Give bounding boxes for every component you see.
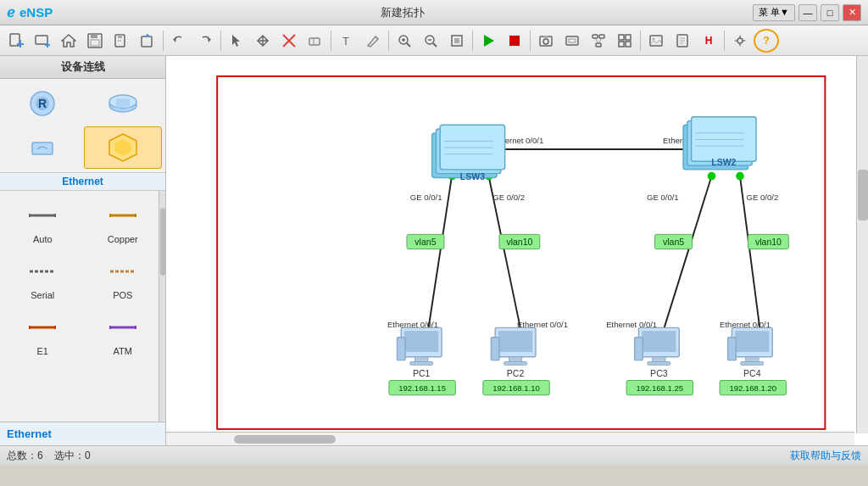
tool-drag[interactable]	[250, 29, 275, 53]
svg-rect-39	[566, 36, 578, 45]
tool-home[interactable]	[56, 29, 81, 53]
tool-help[interactable]: ?	[754, 29, 779, 53]
svg-rect-21	[309, 38, 320, 45]
vlan10-text-left: vlan10	[506, 237, 532, 247]
tool-new-device[interactable]	[30, 29, 55, 53]
svg-rect-33	[454, 38, 459, 43]
canvas-vscroll-thumb[interactable]	[858, 170, 868, 221]
svg-rect-101	[491, 338, 499, 360]
svg-rect-108	[735, 331, 769, 352]
svg-rect-49	[626, 42, 631, 47]
svg-rect-13	[142, 36, 152, 47]
svg-rect-94	[415, 357, 428, 362]
tool-draw[interactable]	[360, 29, 386, 53]
svg-line-26	[407, 43, 410, 47]
tool-start-all[interactable]	[476, 29, 501, 53]
tool-huawei[interactable]: H	[696, 29, 721, 53]
svg-rect-40	[569, 39, 576, 42]
help-link[interactable]: 获取帮助与反馈	[790, 449, 861, 463]
copper-label: Copper	[108, 234, 138, 244]
device-switch[interactable]	[84, 82, 163, 125]
minimize-button[interactable]: —	[798, 4, 817, 21]
cable-pos[interactable]: POS	[84, 250, 163, 304]
tool-text[interactable]: T	[334, 29, 359, 53]
canvas-area[interactable]: Ethernet 0/0/1 Ethernet 0/0/1 GE 0/0/1 G…	[166, 56, 868, 445]
tool-fit[interactable]	[444, 29, 470, 53]
tool-new[interactable]	[3, 29, 29, 53]
canvas-vscrollbar[interactable]	[856, 56, 868, 433]
menu-button[interactable]: 菜 单▼	[753, 4, 795, 21]
toolbar-sep-8	[724, 31, 725, 51]
tool-capture[interactable]	[559, 29, 585, 53]
pc4[interactable]: PC4 192.168.1.20	[720, 327, 786, 394]
sidebar-scrollbar[interactable]	[159, 191, 165, 422]
canvas-hscrollbar[interactable]	[166, 432, 854, 445]
e1-label: E1	[37, 346, 48, 356]
svg-marker-17	[208, 38, 211, 42]
pc2[interactable]: PC2 192.168.1.10	[483, 327, 549, 394]
atm-icon	[106, 310, 140, 344]
tool-notes[interactable]	[670, 29, 695, 53]
tool-zoom-in[interactable]	[392, 29, 417, 53]
tool-topo[interactable]	[586, 29, 611, 53]
svg-marker-15	[145, 34, 150, 36]
wireless-icon	[25, 131, 59, 165]
tool-redo[interactable]	[192, 29, 218, 53]
lsw2-switch[interactable]: LSW2	[683, 117, 756, 170]
svg-marker-16	[173, 38, 176, 42]
tool-import[interactable]	[135, 29, 160, 53]
pc3-label: PC3	[650, 368, 668, 378]
pc4-label: PC4	[743, 368, 761, 378]
pc1[interactable]: PC1 192.168.1.15	[389, 327, 455, 394]
svg-rect-48	[619, 42, 624, 47]
cable-copper[interactable]: Copper	[84, 194, 163, 249]
pc1-label: PC1	[413, 368, 431, 378]
window-title: 新建拓扑	[381, 5, 425, 20]
tool-undo[interactable]	[166, 29, 192, 53]
switch-icon	[106, 87, 140, 120]
tool-settings[interactable]	[727, 29, 753, 53]
vlan10-text-right: vlan10	[755, 237, 782, 247]
tool-grid[interactable]	[612, 29, 637, 53]
cable-atm[interactable]: ATM	[84, 306, 163, 360]
lsw3-switch[interactable]: LSW3	[432, 125, 505, 182]
port-lsw2-ge2	[736, 172, 744, 181]
svg-rect-106	[635, 338, 643, 360]
tool-zoom-out[interactable]	[418, 29, 443, 53]
tool-erase[interactable]	[303, 29, 328, 53]
tool-save[interactable]	[82, 29, 108, 53]
maximize-button[interactable]: □	[821, 4, 839, 21]
tool-screenshot[interactable]	[533, 29, 559, 53]
tool-save-as[interactable]	[108, 29, 134, 53]
device-wireless[interactable]	[3, 126, 82, 169]
tool-delete[interactable]	[276, 29, 302, 53]
cable-e1[interactable]: E1	[3, 306, 82, 360]
svg-rect-99	[509, 357, 521, 362]
sidebar-scroll-thumb[interactable]	[160, 208, 165, 276]
svg-text:R: R	[38, 97, 47, 110]
svg-rect-110	[741, 362, 764, 366]
tool-select[interactable]	[224, 29, 249, 53]
close-button[interactable]: ✕	[843, 4, 861, 21]
svg-marker-6	[62, 35, 75, 47]
tool-stop-all[interactable]	[502, 29, 527, 53]
tool-image[interactable]	[643, 29, 669, 53]
pc3[interactable]: PC3 192.168.1.25	[626, 327, 693, 394]
svg-text:T: T	[342, 35, 349, 47]
device-firewall[interactable]	[84, 126, 163, 169]
canvas-hscroll-thumb[interactable]	[234, 435, 336, 444]
svg-rect-109	[746, 357, 759, 362]
toolbar-sep-3	[331, 31, 331, 51]
device-router[interactable]: R	[3, 82, 82, 125]
svg-rect-98	[498, 331, 532, 352]
svg-point-56	[737, 38, 743, 43]
svg-rect-47	[626, 35, 631, 40]
svg-rect-100	[504, 362, 527, 366]
label-lsw3-ge2: GE 0/0/2	[492, 193, 525, 202]
svg-rect-63	[32, 142, 53, 154]
svg-point-37	[543, 39, 548, 44]
pc3-ip: 192.168.1.25	[636, 383, 683, 393]
cable-serial[interactable]: Serial	[3, 250, 82, 304]
cable-auto[interactable]: Auto	[3, 194, 82, 249]
copper-icon	[106, 198, 140, 232]
